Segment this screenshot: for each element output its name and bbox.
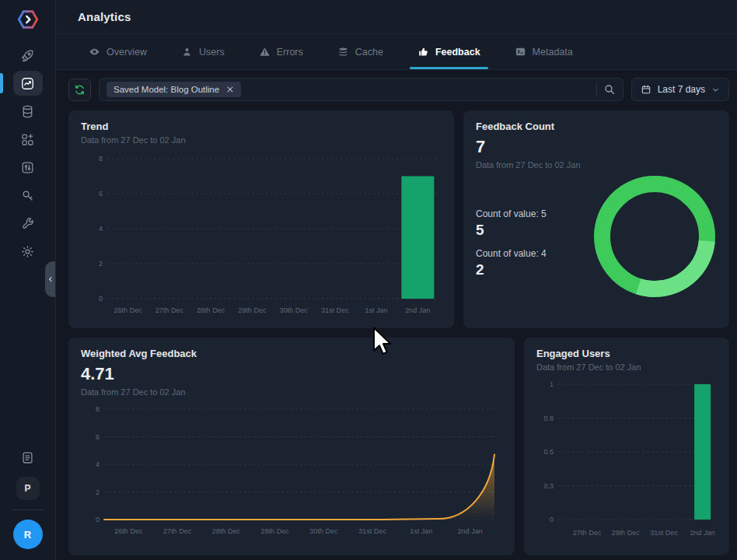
- trend-card: Trend Data from 27 Dec to 02 Jan 0246826…: [68, 110, 454, 328]
- search-input[interactable]: Saved Model: Blog Outline: [99, 78, 623, 101]
- tab-metadata[interactable]: Metadata: [502, 34, 585, 69]
- svg-text:29th Dec: 29th Dec: [261, 527, 290, 535]
- svg-text:27th Dec: 27th Dec: [573, 529, 602, 537]
- sidebar-item-analytics[interactable]: [13, 71, 43, 96]
- search-button[interactable]: [603, 83, 616, 96]
- thumbs-up-icon: [417, 46, 429, 58]
- app-logo[interactable]: [15, 7, 41, 32]
- eye-icon: [89, 46, 100, 58]
- svg-text:28th Dec: 28th Dec: [212, 527, 241, 535]
- sidebar-nav: [13, 43, 43, 264]
- tab-label: Errors: [277, 47, 303, 58]
- weighted-avg-card: Weighted Avg Feedback 4.71 Data from 27 …: [68, 338, 515, 555]
- page-header: Analytics: [56, 0, 737, 34]
- hexagon-chevron-logo: [17, 9, 39, 30]
- svg-text:27th Dec: 27th Dec: [163, 527, 192, 535]
- chevron-down-icon: [711, 86, 720, 94]
- blocks-plus-icon: [20, 132, 35, 147]
- stat-label: Count of value: 5: [476, 208, 547, 219]
- tab-cache[interactable]: Cache: [325, 34, 396, 69]
- workspace-avatar[interactable]: P: [16, 477, 40, 500]
- sidebar-item-keys[interactable]: [13, 183, 43, 208]
- svg-text:2nd Jan: 2nd Jan: [405, 306, 430, 314]
- stat-value: 5: [476, 222, 547, 239]
- svg-text:28th Dec: 28th Dec: [197, 306, 225, 314]
- svg-text:27th Dec: 27th Dec: [155, 306, 184, 314]
- database-icon: [20, 104, 35, 119]
- svg-text:0: 0: [99, 295, 103, 303]
- sidebar-item-blocks[interactable]: [13, 127, 43, 152]
- tab-label: Cache: [355, 47, 383, 58]
- card-subtitle: Data from 27 Dec to 02 Jan: [536, 362, 717, 372]
- svg-text:0.8: 0.8: [543, 415, 554, 422]
- gear-icon: [20, 244, 35, 259]
- refresh-button[interactable]: [68, 79, 91, 101]
- date-range-selector[interactable]: Last 7 days: [631, 78, 729, 101]
- calendar-icon: [641, 84, 651, 95]
- sidebar-item-tools[interactable]: [13, 211, 43, 236]
- app-window: P R Analytics Overview Users: [0, 0, 737, 560]
- sidebar-item-settings[interactable]: [13, 239, 43, 264]
- card-title: Trend: [81, 121, 442, 132]
- tab-feedback[interactable]: Feedback: [405, 34, 493, 69]
- svg-text:2: 2: [99, 260, 103, 268]
- card-subtitle: Data from 27 Dec to 02 Jan: [81, 135, 442, 145]
- sidebar-item-rocket[interactable]: [13, 43, 43, 68]
- svg-text:26th Dec: 26th Dec: [114, 306, 143, 314]
- sliders-panel-icon: [20, 160, 35, 175]
- tab-label: Overview: [107, 47, 147, 58]
- chip-close-button[interactable]: [226, 86, 234, 93]
- engaged-bar-chart: 00.30.50.8127th Dec29th Dec31st Dec2nd J…: [536, 378, 717, 543]
- svg-text:1st Jan: 1st Jan: [365, 306, 388, 314]
- svg-text:8: 8: [99, 155, 103, 163]
- sidebar-collapse-handle[interactable]: [45, 261, 55, 297]
- filter-chip[interactable]: Saved Model: Blog Outline: [107, 82, 241, 97]
- svg-text:30th Dec: 30th Dec: [309, 527, 338, 535]
- tab-overview[interactable]: Overview: [76, 34, 159, 69]
- weighted-avg-value: 4.71: [81, 364, 502, 384]
- sidebar-item-database[interactable]: [13, 99, 43, 124]
- feedback-donut-chart: [592, 174, 717, 299]
- svg-text:0.5: 0.5: [543, 448, 554, 456]
- refresh-icon: [74, 84, 86, 96]
- search-icon: [603, 83, 616, 96]
- layers-stack-icon: [337, 46, 349, 58]
- svg-text:31st Dec: 31st Dec: [358, 527, 386, 535]
- svg-text:30th Dec: 30th Dec: [280, 306, 309, 314]
- user-avatar[interactable]: R: [13, 520, 43, 549]
- warning-triangle-icon: [259, 46, 271, 58]
- close-icon: [226, 86, 234, 93]
- sidebar-bottom: P R: [12, 446, 44, 552]
- card-title: Weighted Avg Feedback: [81, 348, 502, 359]
- page-title: Analytics: [78, 10, 131, 23]
- search-divider: [596, 83, 597, 96]
- svg-text:29th Dec: 29th Dec: [238, 306, 267, 314]
- card-subtitle: Data from 27 Dec to 02 Jan: [81, 387, 502, 397]
- svg-text:2nd Jan: 2nd Jan: [458, 527, 483, 535]
- svg-text:26th Dec: 26th Dec: [114, 527, 143, 535]
- stat-value: 2: [476, 261, 547, 278]
- trend-bar-chart: 0246826th Dec27th Dec28th Dec29th Dec30t…: [81, 151, 442, 320]
- tab-errors[interactable]: Errors: [246, 34, 316, 69]
- tab-users[interactable]: Users: [169, 34, 237, 69]
- card-title: Engaged Users: [536, 348, 717, 359]
- svg-text:29th Dec: 29th Dec: [612, 529, 641, 537]
- card-title: Feedback Count: [476, 121, 717, 132]
- main-area: Analytics Overview Users Errors: [56, 0, 737, 560]
- terminal-icon: [515, 46, 526, 58]
- sidebar-divider: [12, 509, 44, 510]
- feedback-count-value: 7: [476, 137, 717, 157]
- svg-text:1: 1: [550, 380, 554, 388]
- date-range-label: Last 7 days: [658, 84, 705, 95]
- svg-text:1st Jan: 1st Jan: [410, 527, 432, 535]
- tab-label: Feedback: [435, 47, 480, 58]
- sidebar-item-docs[interactable]: [15, 446, 41, 469]
- sidebar-item-sliders[interactable]: [13, 155, 43, 180]
- svg-text:2nd Jan: 2nd Jan: [690, 529, 715, 537]
- key-icon: [20, 188, 35, 203]
- svg-text:0.3: 0.3: [543, 482, 554, 490]
- svg-text:4: 4: [96, 460, 100, 468]
- sidebar: P R: [0, 0, 56, 560]
- document-list-icon: [20, 450, 35, 465]
- tab-bar: Overview Users Errors Cache: [56, 34, 737, 70]
